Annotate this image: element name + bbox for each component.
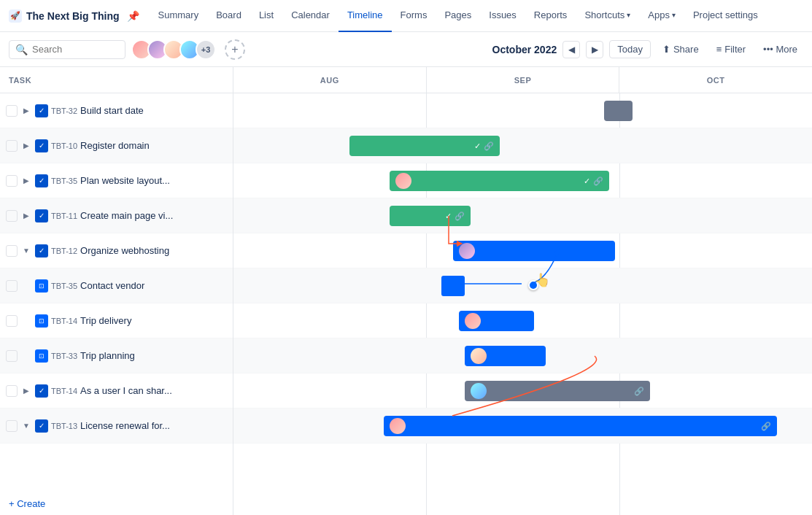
table-row: ▶ ✓ TBT-32 Build start date — [0, 93, 233, 128]
date-nav: October 2022 ◀ ▶ Today — [492, 40, 651, 58]
expand-btn-4[interactable]: ▼ — [20, 245, 32, 257]
search-input[interactable] — [32, 44, 119, 55]
table-row: ▶ ✓ TBT-35 Plan website layout... — [0, 163, 233, 198]
create-button[interactable]: + Create — [0, 492, 233, 515]
date-label: October 2022 — [492, 44, 557, 55]
aug-header: AUG — [233, 67, 427, 93]
tab-board[interactable]: Board — [207, 0, 250, 32]
task-cell-4: ▼ ✓ TBT-12 Organize webhosting — [0, 233, 233, 268]
search-box[interactable]: 🔍 — [9, 40, 125, 59]
avatar-count[interactable]: +3 — [196, 39, 216, 60]
gantt-bar-3[interactable]: ✓ 🔗 — [390, 206, 471, 226]
top-bar: 🚀 The Next Big Thing 📌 Summary Board Lis… — [0, 0, 812, 32]
tab-summary[interactable]: Summary — [150, 0, 208, 32]
app-icon: 🚀 — [9, 9, 22, 23]
gantt-bar-7[interactable] — [465, 346, 546, 366]
table-row: ⊡ TBT-33 Trip planning — [0, 338, 233, 373]
task-icon-0: ✓ — [35, 104, 48, 117]
row-checkbox-4[interactable] — [6, 245, 18, 257]
row-checkbox-3[interactable] — [6, 210, 18, 222]
table-row: ⊡ TBT-35 Contact vendor — [0, 268, 233, 303]
task-panel: Task ▶ ✓ TBT-32 Build start date ▶ ✓ — [0, 67, 233, 515]
tab-list[interactable]: List — [250, 0, 282, 32]
task-cell-6: ⊡ TBT-14 Trip delivery — [0, 303, 233, 338]
shortcuts-dropdown-arrow: ▾ — [627, 11, 630, 19]
nav-tabs: Summary Board List Calendar Timeline For… — [150, 0, 767, 32]
tab-issues[interactable]: Issues — [480, 0, 525, 32]
table-row: ▶ ✓ TBT-11 Create main page vi... — [0, 198, 233, 233]
next-month-button[interactable]: ▶ — [586, 41, 603, 58]
expand-btn-8[interactable]: ▶ — [20, 385, 32, 397]
gantt-bar-4[interactable] — [453, 241, 615, 261]
gantt-bar-1[interactable]: ✓ 🔗 — [349, 136, 500, 156]
task-icon-9: ✓ — [35, 419, 48, 433]
filter-button[interactable]: ≡ Filter — [711, 41, 751, 58]
row-checkbox-6[interactable] — [6, 315, 18, 327]
row-checkbox-5[interactable] — [6, 280, 18, 292]
row-checkbox-7[interactable] — [6, 350, 18, 362]
task-icon-4: ✓ — [35, 244, 48, 258]
add-assignee-button[interactable]: + — [225, 39, 245, 60]
gantt-bar-9[interactable]: 🔗 — [384, 416, 777, 436]
filter-icon: ≡ — [716, 44, 722, 55]
task-icon-6: ⊡ — [35, 314, 48, 328]
bar-avatar-8 — [471, 383, 487, 399]
table-row: ▶ ✓ TBT-10 Register domain — [0, 128, 233, 163]
link-icon-1: 🔗 — [484, 142, 494, 151]
expand-btn-3[interactable]: ▶ — [20, 210, 32, 222]
today-button[interactable]: Today — [609, 40, 651, 58]
tab-shortcuts[interactable]: Shortcuts ▾ — [576, 0, 639, 32]
task-icon-8: ✓ — [35, 384, 48, 398]
tab-reports[interactable]: Reports — [525, 0, 576, 32]
row-checkbox-1[interactable] — [6, 140, 18, 152]
share-icon: ⬆ — [662, 44, 670, 55]
expand-btn-2[interactable]: ▶ — [20, 175, 32, 187]
bar-avatar-9 — [390, 418, 406, 434]
task-cell-5: ⊡ TBT-35 Contact vendor — [0, 268, 233, 303]
second-bar: 🔍 +3 + October 2022 ◀ ▶ Today ⬆ Share ≡ … — [0, 32, 812, 67]
gantt-bar-8[interactable]: 🔗 — [465, 381, 650, 401]
expand-btn-9[interactable]: ▼ — [20, 420, 32, 432]
link-icon-8: 🔗 — [634, 387, 644, 396]
tab-timeline[interactable]: Timeline — [339, 0, 392, 32]
search-icon: 🔍 — [15, 44, 28, 55]
task-cell-7: ⊡ TBT-33 Trip planning — [0, 338, 233, 373]
bar-avatar-6 — [465, 313, 481, 329]
task-cell-1: ▶ ✓ TBT-10 Register domain — [0, 128, 233, 163]
bar-avatar-7 — [471, 348, 487, 364]
more-button[interactable]: ••• More — [757, 41, 803, 58]
link-icon-2: 🔗 — [593, 177, 603, 186]
link-icon-3: 🔗 — [455, 212, 465, 221]
pin-icon: 📌 — [127, 10, 139, 22]
check-icon-2: ✓ — [584, 177, 590, 186]
row-checkbox-8[interactable] — [6, 385, 18, 397]
task-cell-2: ▶ ✓ TBT-35 Plan website layout... — [0, 163, 233, 198]
gantt-bar-6[interactable] — [459, 311, 534, 331]
gantt-bar-5a[interactable] — [441, 276, 465, 296]
table-row: ▶ ✓ TBT-14 As a user I can shar... — [0, 373, 233, 408]
apps-dropdown-arrow: ▾ — [672, 11, 676, 19]
row-checkbox-2[interactable] — [6, 175, 18, 187]
row-checkbox-0[interactable] — [6, 105, 18, 117]
check-icon-3: ✓ — [445, 212, 452, 221]
tab-calendar[interactable]: Calendar — [282, 0, 339, 32]
expand-btn-0[interactable]: ▶ — [20, 105, 32, 117]
task-icon-1: ✓ — [35, 139, 48, 152]
prev-month-button[interactable]: ◀ — [562, 41, 580, 58]
main-content: Task ▶ ✓ TBT-32 Build start date ▶ ✓ — [0, 67, 812, 515]
task-cell-3: ▶ ✓ TBT-11 Create main page vi... — [0, 198, 233, 233]
check-icon-1: ✓ — [474, 142, 481, 151]
expand-btn-1[interactable]: ▶ — [20, 140, 32, 152]
tab-forms[interactable]: Forms — [392, 0, 436, 32]
tab-pages[interactable]: Pages — [436, 0, 480, 32]
tab-apps[interactable]: Apps ▾ — [639, 0, 684, 32]
row-checkbox-9[interactable] — [6, 420, 18, 432]
gantt-bar-2[interactable]: ✓ 🔗 — [390, 171, 609, 191]
task-column-header: Task — [0, 67, 233, 93]
task-icon-7: ⊡ — [35, 349, 48, 363]
gantt-bar-0[interactable] — [604, 101, 633, 121]
bar-avatar-2 — [395, 173, 411, 189]
tab-project-settings[interactable]: Project settings — [684, 0, 767, 32]
share-button[interactable]: ⬆ Share — [657, 41, 705, 58]
bar-avatar-4 — [459, 243, 475, 259]
